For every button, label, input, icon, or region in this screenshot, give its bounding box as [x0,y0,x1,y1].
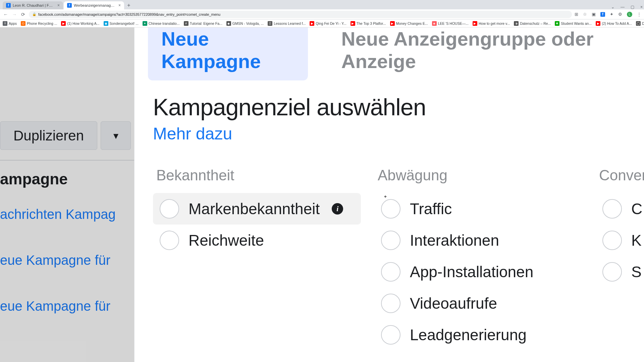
column-conversion: Conversio C K S [596,167,644,351]
objective-label: Traffic [410,200,452,218]
duplicate-button[interactable]: Duplizieren [0,121,97,150]
bookmark-item[interactable]: ▶(1) How Working A... [61,21,99,26]
objective-engagement[interactable]: Interaktionen [374,225,582,256]
objective-label: S [631,263,642,281]
close-window-icon[interactable]: × [640,5,643,9]
objective-brand-awareness[interactable]: Markenbekanntheit i [153,193,361,225]
learn-more-link[interactable]: Mehr dazu [153,124,644,143]
url-text: facebook.com/adsmanager/manage/campaigns… [38,12,220,16]
tab-new-campaign[interactable]: Neue Kampagne [148,27,308,80]
radio-button[interactable] [381,294,400,313]
bookmark-item[interactable]: ⬗Datenschutz – Re... [514,21,551,26]
toolbar-actions: ⊞ ☆ ▣ f ✦ ⚙ L ⋮ [575,12,641,17]
mouse-cursor: ⌖ [384,194,387,199]
radio-button[interactable] [602,231,622,250]
cast-icon[interactable]: ▣ [592,12,596,17]
bookmarks-bar: ⠿Apps OPhone Recycling ... ▶(1) How Work… [0,19,644,27]
qr-icon[interactable]: ⊞ [575,12,578,17]
campaign-sidebar: Duplizieren ▾ ampagne achrichten Kampag … [0,27,134,362]
objective-columns: Bekanntheit Markenbekanntheit i Reichwei… [153,167,644,351]
reload-button[interactable]: ⟳ [20,11,26,17]
bookmark-item[interactable]: ▶The Top 3 Platfor... [351,21,386,26]
bookmark-item[interactable]: ▶How to get more v... [473,21,510,26]
objective-traffic[interactable]: Traffic [374,193,582,225]
objective-label: Reichweite [189,231,264,249]
bookmark-item[interactable]: ◯Download - Cooki... [636,21,644,26]
maximize-icon[interactable]: ▢ [631,5,634,9]
bookmark-star-icon[interactable]: ☆ [583,12,587,17]
campaign-row-link[interactable]: eue Kampagne für [0,290,134,322]
minimize-icon[interactable]: — [621,5,625,9]
window-controls: ⌄ — ▢ × [611,5,644,9]
forward-button[interactable]: → [11,11,17,17]
objective-conversion-1[interactable]: C [596,193,644,225]
facebook-icon: f [6,3,11,8]
radio-button[interactable] [381,199,400,219]
facebook-icon: f [67,3,72,8]
radio-button[interactable] [160,231,179,250]
browser-tab[interactable]: f Leon R. Chaudhari | Facebook × [3,1,63,9]
tab-title: Leon R. Chaudhari | Facebook [13,3,55,7]
objective-label: Videoaufrufe [410,294,497,312]
column-awareness: Bekanntheit Markenbekanntheit i Reichwei… [153,167,361,351]
column-header-campaign: ampagne [0,167,134,198]
bookmark-item[interactable]: ▶Qing Fei De Yi - Y... [310,21,346,26]
facebook-extension-icon[interactable]: f [600,12,605,17]
campaign-row-link[interactable]: achrichten Kampag [0,198,134,231]
new-tab-button[interactable]: + [125,1,133,9]
chevron-down-icon[interactable]: ⌄ [611,5,614,9]
extensions-icon[interactable]: ✦ [610,12,613,17]
objective-label: C [631,200,642,218]
bookmark-item[interactable]: ◉Sonderangebot! ... [104,21,139,26]
tab-strip: f Leon R. Chaudhari | Facebook × f Werbe… [0,0,644,9]
column-title: Conversio [596,167,644,184]
column-title: Bekanntheit [153,167,361,184]
objective-lead-generation[interactable]: Leadgenerierung [374,319,582,351]
tab-title: Werbeanzeigenmanager – We… [74,3,116,7]
bookmark-item[interactable]: #Tutorial: Eigene Fa... [184,21,222,26]
menu-icon[interactable]: ⋮ [637,12,641,17]
radio-button[interactable] [381,262,400,282]
bookmark-item[interactable]: ✦Chinese translatio... [143,21,180,26]
close-icon[interactable]: × [118,3,121,8]
close-icon[interactable]: × [57,3,60,8]
bookmark-item[interactable]: OPhone Recycling ... [21,21,57,26]
duplicate-dropdown[interactable]: ▾ [101,121,131,150]
apps-shortcut[interactable]: ⠿Apps [3,21,17,26]
radio-button[interactable] [602,262,622,282]
objective-conversion-3[interactable]: S [596,256,644,288]
lock-icon: 🔒 [32,12,36,16]
objective-label: K [631,231,642,249]
objective-label: Markenbekanntheit [189,200,320,218]
radio-button[interactable] [602,199,622,219]
info-icon[interactable]: i [332,203,343,215]
objective-app-installs[interactable]: App-Installationen [374,256,582,288]
create-campaign-modal: Neue Kampagne Neue Anzeigengruppe oder A… [134,27,644,362]
bookmark-item[interactable]: ◆GMSN - Vologda, ... [226,21,264,26]
bookmark-item[interactable]: ▶(2) How To Add A... [596,21,632,26]
url-input[interactable]: 🔒 facebook.com/adsmanager/manage/campaig… [29,11,572,18]
bookmark-item[interactable]: ☰Lessons Learned f... [268,21,306,26]
radio-button[interactable] [381,231,400,250]
tab-new-adset[interactable]: Neue Anzeigengruppe oder Anzeige [328,27,644,80]
objective-video-views[interactable]: Videoaufrufe [374,288,582,319]
objective-label: Leadgenerierung [410,326,527,344]
bookmark-item[interactable]: ▶Money Changes E... [390,21,428,26]
bookmark-item[interactable]: ✚Student Wants an... [555,21,592,26]
radio-button[interactable] [381,325,400,345]
bookmark-item[interactable]: ◈LEE 'S HOUSE—... [432,21,469,26]
radio-button[interactable] [160,199,179,219]
profile-avatar[interactable]: L [627,12,632,17]
browser-tab[interactable]: f Werbeanzeigenmanager – We… × [64,1,124,9]
page-content: Duplizieren ▾ ampagne achrichten Kampag … [0,27,644,362]
modal-tabs: Neue Kampagne Neue Anzeigengruppe oder A… [135,27,644,80]
divider [0,160,134,161]
settings-icon[interactable]: ⚙ [618,12,622,17]
objective-conversion-2[interactable]: K [596,225,644,256]
campaign-row-link[interactable]: eue Kampagne für [0,244,134,277]
objective-label: Interaktionen [410,231,499,249]
column-title: Abwägung [374,167,582,184]
column-consideration: Abwägung Traffic Interaktionen App-Insta… [374,167,582,351]
objective-reach[interactable]: Reichweite [153,225,361,256]
back-button[interactable]: ← [3,11,9,17]
